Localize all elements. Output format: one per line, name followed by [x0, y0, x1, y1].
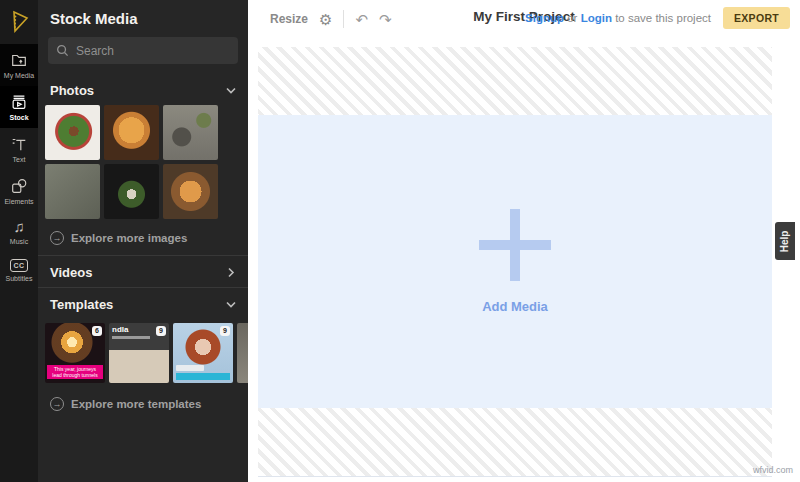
stock-media-icon — [10, 93, 28, 111]
save-hint-suffix: to save this project — [615, 12, 711, 24]
stock-photo-thumbnail[interactable] — [104, 105, 159, 160]
export-button[interactable]: EXPORT — [723, 7, 790, 29]
circle-arrow-icon: → — [50, 397, 64, 411]
section-header-templates[interactable]: Templates — [38, 287, 248, 319]
photos-section-label: Photos — [50, 83, 94, 98]
template-caption: This year, journeys lead through tunnels — [47, 365, 103, 379]
panel-title: Stock Media — [38, 0, 248, 35]
chevron-down-icon — [226, 301, 236, 308]
editor-main: Resize ⚙ ↶ ↷ My First Project Signup or … — [248, 0, 800, 482]
text-icon — [10, 135, 28, 153]
template-count-badge: 6 — [92, 326, 102, 336]
stock-media-panel: Stock Media Photos → Expl — [38, 0, 248, 482]
chevron-right-icon — [228, 268, 235, 278]
template-subtitle-bar — [112, 336, 150, 339]
folder-upload-icon — [10, 51, 28, 69]
sidebar-item-text[interactable]: Text — [0, 128, 38, 170]
login-link[interactable]: Login — [581, 12, 612, 24]
elements-icon — [10, 177, 28, 195]
template-thumbnail[interactable] — [237, 323, 248, 383]
search-box[interactable] — [48, 37, 238, 64]
template-count-badge: 9 — [156, 326, 166, 336]
rail-label-elements: Elements — [4, 198, 33, 206]
explore-more-images-link[interactable]: → Explore more images — [38, 223, 248, 255]
signup-link[interactable]: Signup — [525, 12, 564, 24]
template-thumbnail[interactable]: 9 — [173, 323, 233, 383]
sidebar-item-my-media[interactable]: My Media — [0, 44, 38, 86]
section-header-photos[interactable]: Photos — [38, 74, 248, 105]
stock-photo-thumbnail[interactable] — [104, 164, 159, 219]
sidebar-item-subtitles[interactable]: CC Subtitles — [0, 252, 38, 289]
rail-label-my-media: My Media — [4, 72, 34, 80]
explore-images-label: Explore more images — [71, 232, 187, 244]
redo-icon[interactable]: ↷ — [379, 12, 392, 27]
app-logo[interactable] — [0, 0, 38, 44]
plus-icon — [479, 209, 551, 281]
section-header-videos[interactable]: Videos — [38, 255, 248, 287]
editor-topbar: Resize ⚙ ↶ ↷ My First Project Signup or … — [248, 0, 800, 47]
help-label: Help — [780, 230, 791, 252]
templates-section-label: Templates — [50, 297, 113, 312]
subtitles-cc-icon: CC — [10, 259, 28, 272]
stock-photo-thumbnail[interactable] — [45, 164, 100, 219]
rail-label-music: Music — [10, 238, 28, 246]
stock-photo-thumbnail[interactable] — [45, 105, 100, 160]
video-canvas-add-media[interactable]: Add Media — [258, 115, 772, 408]
watermark-text: wfvid.com — [753, 465, 793, 475]
app-window: My Media Stock Text Elements — [0, 0, 800, 482]
search-icon — [56, 44, 69, 57]
template-thumbnail[interactable]: ndla 9 — [109, 323, 169, 383]
videos-section-label: Videos — [50, 265, 92, 280]
workspace-hatched-area: Add Media — [258, 47, 772, 477]
template-caption-chip — [176, 365, 204, 371]
template-thumbnail[interactable]: 6 This year, journeys lead through tunne… — [45, 323, 105, 383]
sidebar-item-elements[interactable]: Elements — [0, 170, 38, 212]
left-icon-rail: My Media Stock Text Elements — [0, 0, 38, 482]
template-count-badge: 9 — [220, 326, 230, 336]
circle-arrow-icon: → — [50, 231, 64, 245]
resize-button[interactable]: Resize — [270, 12, 308, 26]
template-title: ndla — [112, 325, 128, 334]
music-note-icon: ♫ — [13, 219, 24, 235]
rail-label-stock: Stock — [9, 114, 28, 122]
chevron-down-icon — [226, 87, 236, 94]
save-hint-text: Signup or Login to save this project — [525, 12, 711, 24]
templates-strip: 6 This year, journeys lead through tunne… — [38, 323, 248, 383]
search-input[interactable] — [76, 44, 230, 58]
sidebar-item-stock[interactable]: Stock — [0, 86, 38, 128]
or-text: or — [567, 12, 577, 24]
sidebar-item-music[interactable]: ♫ Music — [0, 212, 38, 252]
help-tab[interactable]: Help — [775, 222, 795, 260]
template-caption-bar — [176, 373, 230, 380]
explore-templates-label: Explore more templates — [71, 398, 201, 410]
stock-photo-thumbnail[interactable] — [163, 105, 218, 160]
undo-icon[interactable]: ↶ — [355, 12, 368, 27]
rail-label-subtitles: Subtitles — [6, 275, 33, 283]
explore-more-templates-link[interactable]: → Explore more templates — [38, 383, 248, 421]
stock-photo-thumbnail[interactable] — [163, 164, 218, 219]
toolbar-divider — [343, 10, 344, 28]
logo-icon — [7, 9, 31, 35]
rail-label-text: Text — [13, 156, 26, 164]
settings-gear-icon[interactable]: ⚙ — [319, 12, 332, 27]
stock-photos-grid — [38, 105, 248, 219]
add-media-label: Add Media — [482, 299, 548, 314]
